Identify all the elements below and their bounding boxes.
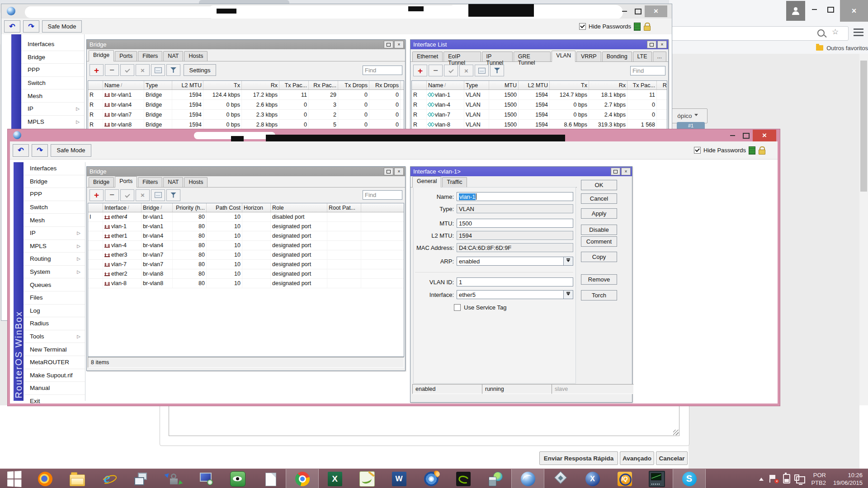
add-button[interactable]: +: [90, 64, 104, 76]
disable-button[interactable]: ×: [136, 64, 150, 76]
comment-button[interactable]: [475, 65, 489, 76]
tab-ports[interactable]: Ports: [115, 51, 137, 61]
tab-ports[interactable]: Ports: [115, 176, 137, 188]
titlebar[interactable]: Interface List ×: [410, 40, 668, 49]
excel-taskbar-button[interactable]: [319, 469, 351, 488]
sidebar-item-interfaces[interactable]: Interfaces: [21, 38, 84, 51]
tab-filters[interactable]: Filters: [138, 177, 162, 187]
explorer-taskbar-button[interactable]: [61, 469, 93, 488]
topic-dropdown-button[interactable]: ópico: [668, 108, 708, 123]
column-header-type[interactable]: Type: [464, 81, 489, 89]
hide-passwords-checkbox[interactable]: [579, 23, 586, 30]
tab-eoip-tunnel[interactable]: EoIP Tunnel: [443, 52, 481, 61]
column-header-tx-err[interactable]: Tx Err: [401, 81, 404, 89]
column-header-tx[interactable]: Tx: [203, 81, 242, 89]
table-row[interactable]: ether1br-vlan48010designated port: [88, 231, 404, 241]
use-service-tag-checkbox[interactable]: [454, 304, 461, 311]
titlebar[interactable]: ×: [1, 4, 672, 19]
maximize-button[interactable]: [647, 41, 656, 48]
column-header-interface[interactable]: Interface/: [103, 203, 142, 212]
table-row[interactable]: Iether4br-vlan18010disabled port: [88, 212, 404, 222]
sidebar-item-switch[interactable]: Switch: [24, 201, 85, 214]
sidebar-item-make-supout-rif[interactable]: Make Supout.rif: [24, 369, 85, 382]
sidebar-item-ppp[interactable]: PPP: [21, 64, 84, 77]
close-button[interactable]: ×: [645, 5, 667, 17]
action-center-icon[interactable]: [769, 475, 777, 483]
filter-button[interactable]: [166, 64, 180, 76]
column-header-horizon[interactable]: Horizon: [242, 203, 271, 212]
comment-button[interactable]: [151, 64, 165, 76]
sidebar-item-interfaces[interactable]: Interfaces: [24, 162, 85, 175]
table-row[interactable]: Rbr-vlan4Bridge15940 bps2.6 kbps03000: [88, 100, 404, 110]
firefox-taskbar-button[interactable]: [29, 469, 61, 488]
sidebar-item-ip[interactable]: IP▷: [24, 227, 85, 240]
column-header-rx-pac[interactable]: Rx Pac: [657, 81, 667, 89]
column-header-rx-pac[interactable]: Rx Pac...: [309, 81, 338, 89]
column-header-bridge[interactable]: Bridge/: [142, 203, 173, 212]
network-icon[interactable]: [796, 476, 805, 483]
virtualbox-taskbar-button[interactable]: [544, 469, 576, 488]
tab-nat[interactable]: NAT: [163, 51, 183, 61]
table-row[interactable]: Rbr-vlan8Bridge15940 bps2.8 kbps05000: [88, 120, 404, 130]
interface-select[interactable]: ether5: [457, 290, 564, 299]
sidebar-item-ip[interactable]: IP▷: [21, 103, 84, 116]
copy-button[interactable]: Copy: [581, 252, 617, 262]
browser-tab[interactable]: [199, 0, 289, 4]
column-header-tx-pac[interactable]: Tx Pac...: [279, 81, 309, 89]
table-row[interactable]: Rvlan-4VLAN150015940 bps2.7 kbps03: [412, 100, 667, 110]
resize-grip-icon[interactable]: [673, 430, 679, 435]
remove-button[interactable]: −: [429, 65, 443, 76]
column-header-item[interactable]: [88, 203, 103, 212]
column-header-path-cost[interactable]: Path Cost: [207, 203, 242, 212]
menu-hamburger-icon[interactable]: [854, 28, 863, 36]
notepadpp-taskbar-button[interactable]: [351, 469, 383, 488]
ie-taskbar-button[interactable]: [93, 469, 125, 488]
sidebar-item-switch[interactable]: Switch: [21, 77, 84, 90]
titlebar[interactable]: Bridge ×: [87, 40, 405, 49]
winbox-taskbar-button[interactable]: [511, 469, 544, 488]
iq-taskbar-button[interactable]: [609, 469, 641, 488]
language-and-clock[interactable]: POR 10:26 PTB2 19/06/2015: [811, 472, 863, 486]
undo-button[interactable]: ↶: [4, 20, 20, 33]
disable-button[interactable]: ×: [136, 189, 150, 201]
enable-button[interactable]: [444, 65, 458, 76]
network-computers-taskbar-button[interactable]: [125, 469, 157, 488]
sidebar-item-queues[interactable]: Queues: [24, 278, 85, 291]
bridge-ports-window[interactable]: Bridge × BridgePortsFiltersNATHosts + − …: [86, 166, 406, 371]
close-button[interactable]: ×: [394, 41, 404, 48]
tab-bridge[interactable]: Bridge: [89, 50, 114, 61]
tab-hosts[interactable]: Hosts: [184, 51, 208, 61]
sidebar-item-routing[interactable]: Routing▷: [24, 253, 85, 266]
sidebar-item-exit[interactable]: Exit: [24, 395, 85, 404]
minimize-button[interactable]: [726, 130, 739, 141]
column-header-type[interactable]: Type: [144, 81, 172, 89]
battery-icon[interactable]: [783, 474, 790, 483]
table-row[interactable]: ether2br-vlan88010designated port: [88, 269, 404, 279]
table-row[interactable]: vlan-1br-vlan18010designated port: [88, 222, 404, 231]
sidebar-item-mesh[interactable]: Mesh: [24, 214, 85, 227]
table-row[interactable]: vlan-8br-vlan88010designated port: [88, 279, 404, 288]
disable-button[interactable]: ×: [459, 65, 473, 76]
cancel-reply-button[interactable]: Cancelar: [656, 451, 688, 465]
sidebar-item-tools[interactable]: Tools▷: [24, 330, 85, 343]
apply-button[interactable]: Apply: [581, 208, 617, 219]
column-header-name[interactable]: Name/: [427, 81, 464, 89]
tab-nat[interactable]: NAT: [163, 177, 183, 187]
word-taskbar-button[interactable]: [383, 469, 415, 488]
cancel-button[interactable]: Cancel: [581, 193, 617, 204]
advanced-button[interactable]: Avançado: [620, 451, 654, 465]
table-row[interactable]: Rvlan-1VLAN15001594124.7 kbps18.1 kbps11…: [412, 90, 667, 100]
tab-hosts[interactable]: Hosts: [184, 177, 208, 187]
minimize-button[interactable]: [618, 5, 631, 17]
column-header-item[interactable]: [361, 203, 404, 212]
torch-button[interactable]: Torch: [581, 290, 617, 300]
sidebar-item-system[interactable]: System▷: [24, 266, 85, 279]
tab-filters[interactable]: Filters: [138, 51, 162, 61]
filter-button[interactable]: [490, 65, 504, 76]
netcalc-taskbar-button[interactable]: [479, 469, 511, 488]
sidebar-item-bridge[interactable]: Bridge: [24, 175, 85, 188]
tab-bridge[interactable]: Bridge: [89, 177, 114, 187]
close-button[interactable]: ×: [394, 168, 404, 175]
table-row[interactable]: vlan-4br-vlan48010designated port: [88, 241, 404, 250]
safe-mode-button[interactable]: Safe Mode: [42, 20, 82, 33]
